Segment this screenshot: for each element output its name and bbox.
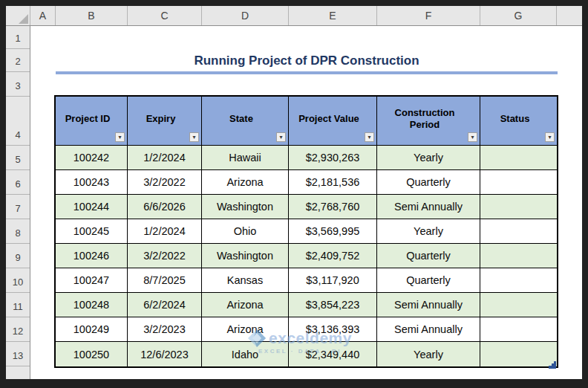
select-all-triangle-icon [19,14,28,24]
cell-status[interactable] [480,293,557,317]
filter-dropdown-button[interactable]: ▾ [545,132,555,142]
table-header-cell[interactable]: Construction Period ▾ [377,97,480,146]
filter-dropdown-button[interactable]: ▾ [276,132,286,142]
cell-project-id[interactable]: 100242 [56,146,128,170]
row-header-cell[interactable]: 7 [6,195,30,219]
cell-expiry[interactable]: 6/2/2024 [128,293,202,317]
cell-status[interactable] [480,244,557,268]
cell-construction-period[interactable]: Yearly [377,146,480,170]
cell-project-id[interactable]: 100246 [56,244,128,268]
cell-status[interactable] [480,342,557,366]
cell-state[interactable]: Arizona [202,170,289,195]
table-header-cell[interactable]: Expiry ▾ [128,97,202,146]
cell-project-value[interactable]: $3,854,223 [289,293,377,317]
cell-project-value[interactable]: $3,117,920 [289,268,377,293]
cell-status[interactable] [480,170,557,195]
column-header-D[interactable]: D [202,6,289,25]
cell-project-id[interactable]: 100244 [56,195,128,219]
cell-state[interactable]: Idaho [202,342,289,366]
cell-expiry[interactable]: 12/6/2023 [128,342,202,366]
table-header-label: Project ID [65,113,111,125]
table-header-label: Expiry [146,113,176,125]
filter-dropdown-button[interactable]: ▾ [189,132,199,142]
row-header-cell[interactable]: 11 [6,293,30,317]
cell-state[interactable]: Arizona [202,317,289,342]
row-header-cell[interactable]: 2 [6,49,30,72]
filter-dropdown-button[interactable]: ▾ [115,132,125,142]
column-header-B[interactable]: B [56,6,128,25]
cell-state[interactable]: Hawaii [202,146,289,170]
cell-status[interactable] [480,195,557,219]
filter-dropdown-button[interactable]: ▾ [468,132,477,142]
cell-project-id[interactable]: 100245 [56,219,128,244]
table-header-cell[interactable]: Status ▾ [480,97,557,146]
spreadsheet-window: A B C D E F G 1 2 3 4 5 6 7 8 9 10 11 [0,0,588,388]
cell-construction-period[interactable]: Quarterly [377,244,480,268]
cell-project-value[interactable]: $3,569,995 [289,219,377,244]
cell-status[interactable] [480,219,557,244]
cell-state[interactable]: Washington [202,244,289,268]
cell-status[interactable] [480,317,557,342]
cell-project-value[interactable]: $2,181,536 [289,170,377,195]
column-header-filler [557,6,582,25]
row-header-cell[interactable]: 1 [6,26,30,49]
table-header-cell[interactable]: Project ID ▾ [56,97,128,146]
row-header-cell[interactable]: 5 [6,146,30,170]
cell-status[interactable] [480,146,557,170]
cell-project-id[interactable]: 100243 [56,170,128,195]
cell-expiry[interactable]: 3/2/2022 [128,170,202,195]
cell-construction-period[interactable]: Quarterly [377,268,480,293]
cell-project-value[interactable]: $3,136,393 [289,317,377,342]
row-header-cell[interactable]: 8 [6,219,30,244]
table-resize-handle[interactable] [549,358,556,366]
select-all-corner[interactable] [6,6,30,25]
cell-state[interactable]: Washington [202,195,289,219]
chevron-down-icon: ▾ [118,135,121,140]
cell-expiry[interactable]: 3/2/2023 [128,317,202,342]
table-header-cell[interactable]: Project Value ▾ [289,97,377,146]
cell-project-id[interactable]: 100247 [56,268,128,293]
table-header-cell[interactable]: State ▾ [202,97,289,146]
row-header-cell[interactable]: 9 [6,244,30,268]
sheet-title: Running Project of DPR Construction [56,54,558,71]
cell-construction-period[interactable]: Semi Annually [377,293,480,317]
cell-construction-period[interactable]: Semi Annually [377,317,480,342]
row-header-cell[interactable]: 3 [6,72,30,97]
chevron-down-icon: ▾ [279,135,282,140]
cell-status[interactable] [480,268,557,293]
cell-expiry[interactable]: 3/2/2022 [128,244,202,268]
column-header-A[interactable]: A [30,6,56,25]
cell-construction-period[interactable]: Semi Annually [377,195,480,219]
cell-project-value[interactable]: $2,768,760 [289,195,377,219]
cell-project-id[interactable]: 100248 [56,293,128,317]
title-underline [56,71,558,74]
cell-state[interactable]: Ohio [202,219,289,244]
cell-expiry[interactable]: 8/7/2025 [128,268,202,293]
cell-project-value[interactable]: $2,930,263 [289,146,377,170]
column-header-F[interactable]: F [377,6,480,25]
column-header-C[interactable]: C [128,6,202,25]
cell-project-id[interactable]: 100250 [56,342,128,366]
cell-expiry[interactable]: 1/2/2024 [128,219,202,244]
column-header-strip: A B C D E F G [6,6,582,26]
cell-expiry[interactable]: 6/6/2026 [128,195,202,219]
cell-construction-period[interactable]: Yearly [377,342,480,366]
row-header-cell[interactable]: 6 [6,170,30,195]
row-header-cell[interactable]: 12 [6,317,30,342]
row-header-cell[interactable]: 10 [6,268,30,293]
column-header-G[interactable]: G [480,6,557,25]
row-header-strip: 1 2 3 4 5 6 7 8 9 10 11 12 13 [6,26,30,379]
cell-state[interactable]: Arizona [202,293,289,317]
table-header-label: Status [500,113,530,125]
cell-construction-period[interactable]: Yearly [377,219,480,244]
cell-state[interactable]: Kansas [202,268,289,293]
filter-dropdown-button[interactable]: ▾ [365,132,374,142]
row-header-cell[interactable]: 13 [6,342,30,366]
cell-project-id[interactable]: 100249 [56,317,128,342]
cell-expiry[interactable]: 1/2/2024 [128,146,202,170]
cell-construction-period[interactable]: Quarterly [377,170,480,195]
column-header-E[interactable]: E [289,6,377,25]
row-header-cell[interactable]: 4 [6,97,30,146]
cell-project-value[interactable]: $2,349,440 [289,342,377,366]
cell-project-value[interactable]: $2,409,752 [289,244,377,268]
